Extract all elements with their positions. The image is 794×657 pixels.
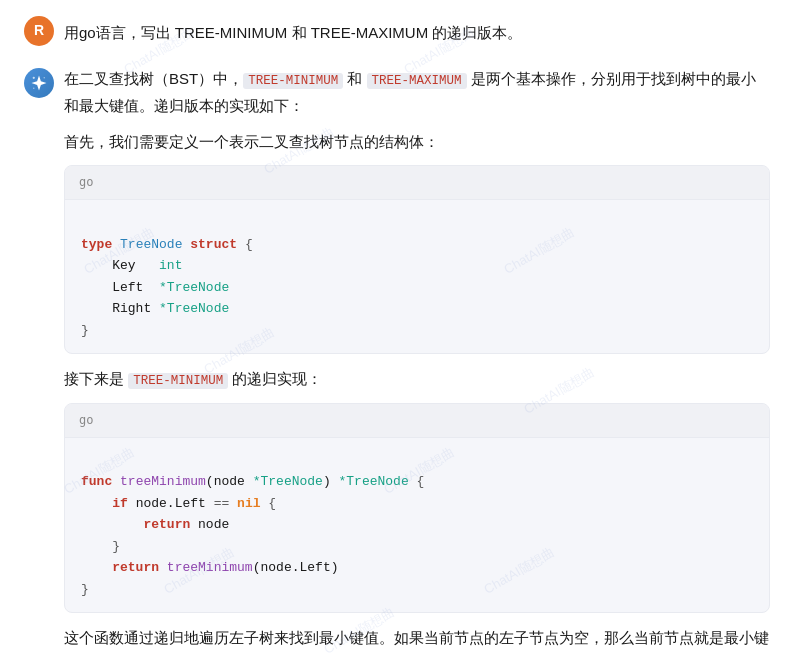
- user-avatar: R: [24, 16, 54, 46]
- svg-point-2: [33, 88, 35, 90]
- ai-icon: [30, 74, 48, 92]
- ai-para-1: 首先，我们需要定义一个表示二叉查找树节点的结构体：: [64, 129, 770, 155]
- page-container: R 用go语言，写出 TREE-MINIMUM 和 TREE-MAXIMUM 的…: [0, 0, 794, 657]
- ai-para-2: 接下来是 TREE-MINIMUM 的递归实现：: [64, 366, 770, 393]
- code-block-treenode: go type TreeNode struct { Key int Left *…: [64, 165, 770, 354]
- ai-para-intro: 在二叉查找树（BST）中，TREE-MINIMUM 和 TREE-MAXIMUM…: [64, 66, 770, 119]
- ai-message: 在二叉查找树（BST）中，TREE-MINIMUM 和 TREE-MAXIMUM…: [24, 66, 770, 657]
- ai-para-3: 这个函数通过递归地遍历左子树来找到最小键值。如果当前节点的左子节点为空，那么当前…: [64, 625, 770, 657]
- inline-tree-maximum-1: TREE-MAXIMUM: [367, 73, 467, 89]
- svg-point-1: [44, 77, 46, 79]
- code-block-header-1: go: [65, 166, 769, 200]
- svg-point-0: [33, 77, 35, 79]
- inline-tree-minimum-2: TREE-MINIMUM: [128, 373, 228, 389]
- code-block-tree-minimum: go func treeMinimum(node *TreeNode) *Tre…: [64, 403, 770, 613]
- code-block-body-2: func treeMinimum(node *TreeNode) *TreeNo…: [65, 438, 769, 612]
- code-block-header-2: go: [65, 404, 769, 438]
- ai-content: 在二叉查找树（BST）中，TREE-MINIMUM 和 TREE-MAXIMUM…: [64, 66, 770, 657]
- ai-avatar: [24, 68, 54, 98]
- user-message: R 用go语言，写出 TREE-MINIMUM 和 TREE-MAXIMUM 的…: [24, 16, 770, 46]
- inline-tree-minimum-1: TREE-MINIMUM: [243, 73, 343, 89]
- code-block-body-1: type TreeNode struct { Key int Left *Tre…: [65, 200, 769, 353]
- user-message-text: 用go语言，写出 TREE-MINIMUM 和 TREE-MAXIMUM 的递归…: [64, 16, 522, 46]
